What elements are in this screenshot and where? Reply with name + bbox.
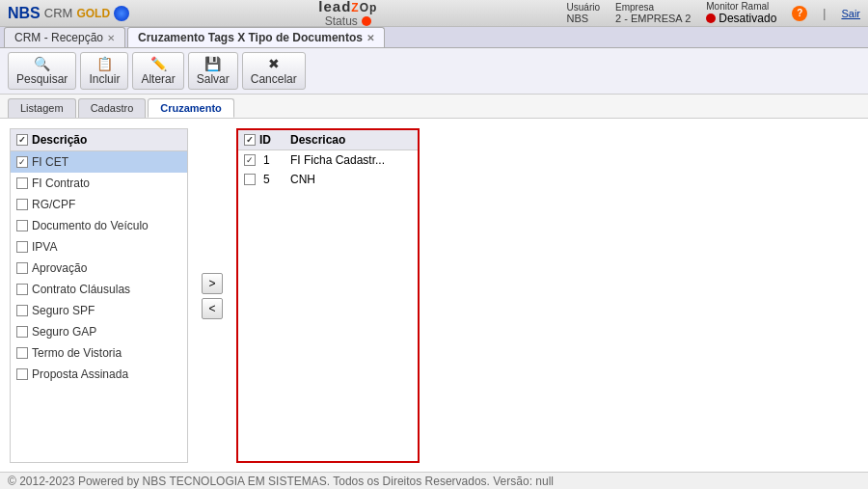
empresa-label: Empresa <box>615 2 691 13</box>
move-left-button[interactable]: < <box>202 298 223 319</box>
salvar-icon: 💾 <box>204 56 221 71</box>
item-label-ipva: IPVA <box>32 240 57 254</box>
list-item[interactable]: FI Contrato <box>11 173 187 194</box>
incluir-icon: 📋 <box>96 56 113 71</box>
list-item[interactable]: Proposta Assinada <box>11 364 187 385</box>
sub-tab-cadastro[interactable]: Cadastro <box>78 98 147 118</box>
right-panel-header: ID Descricao <box>238 130 418 150</box>
salvar-button[interactable]: 💾 Salvar <box>188 52 238 90</box>
tab-cruzamento[interactable]: Cruzamento Tags X Tipo de Documentos ✕ <box>127 27 385 47</box>
pesquisar-button[interactable]: 🔍 Pesquisar <box>8 52 76 90</box>
right-item-id-1: 1 <box>263 153 283 167</box>
item-checkbox-ficontrato[interactable] <box>16 177 28 189</box>
item-checkbox-segurospf[interactable] <box>16 305 28 316</box>
leadzap-z-icon: Z <box>351 1 359 14</box>
incluir-label: Incluir <box>89 72 120 86</box>
list-item[interactable]: Contrato Cláusulas <box>11 279 187 300</box>
sub-tab-cruzamento[interactable]: Cruzamento <box>148 98 234 118</box>
help-button[interactable]: ? <box>792 6 807 21</box>
status-dot-icon <box>362 16 371 26</box>
logo-area: NBS CRM GOLD <box>8 5 129 22</box>
item-label-segurospf: Seguro SPF <box>32 304 95 317</box>
right-panel-descricao-label: Descricao <box>290 133 345 147</box>
right-item-checkbox-5[interactable] <box>244 174 256 185</box>
right-panel-header-checkbox[interactable] <box>244 134 256 146</box>
item-label-propostaassinada: Proposta Assinada <box>32 367 128 381</box>
monitor-section: Monitor Ramal Desativado <box>706 1 776 25</box>
alterar-label: Alterar <box>141 72 175 86</box>
footer: © 2012-2023 Powered by NBS TECNOLOGIA EM… <box>0 472 868 489</box>
cancelar-label: Cancelar <box>251 72 297 86</box>
tab-cruzamento-close[interactable]: ✕ <box>366 33 374 43</box>
salvar-label: Salvar <box>197 72 230 86</box>
list-item[interactable]: Seguro GAP <box>11 321 187 342</box>
item-label-aprovacao: Aprovação <box>32 261 87 275</box>
move-left-icon: < <box>208 302 215 315</box>
item-label-ficontrato: FI Contrato <box>32 177 90 190</box>
cancelar-button[interactable]: ✖ Cancelar <box>242 52 306 90</box>
tab-crm-recepcao-label: CRM - Recepção <box>14 31 103 44</box>
right-item-id-5: 5 <box>263 173 283 186</box>
globe-icon <box>114 6 129 21</box>
usuario-value: NBS <box>567 13 600 24</box>
incluir-button[interactable]: 📋 Incluir <box>80 52 128 90</box>
list-item[interactable]: Seguro SPF <box>11 300 187 321</box>
list-item[interactable]: IPVA <box>11 236 187 258</box>
left-panel-header: Descrição <box>11 129 187 151</box>
alterar-icon: ✏️ <box>150 56 167 71</box>
item-label-contratocls: Contrato Cláusulas <box>32 283 130 296</box>
alterar-button[interactable]: ✏️ Alterar <box>132 52 183 90</box>
item-label-ficet: FI CET <box>32 155 68 169</box>
right-panel-item-5[interactable]: 5 CNH <box>238 170 418 189</box>
leadzap-logo: leadZOp <box>318 0 377 14</box>
item-checkbox-aprovacao[interactable] <box>16 262 28 274</box>
monitor-dot-icon <box>706 14 716 23</box>
list-item[interactable]: Termo de Vistoria <box>11 342 187 364</box>
header-right: Usuário NBS Empresa 2 - EMPRESA 2 Monito… <box>567 1 860 25</box>
usuario-section: Usuário NBS <box>567 2 600 24</box>
left-panel-header-checkbox[interactable] <box>16 134 28 146</box>
tab-crm-recepcao[interactable]: CRM - Recepção ✕ <box>4 27 125 47</box>
empresa-section: Empresa 2 - EMPRESA 2 <box>615 2 691 24</box>
sair-button[interactable]: Sair <box>841 8 860 19</box>
pesquisar-label: Pesquisar <box>16 72 68 86</box>
move-right-button[interactable]: > <box>202 273 223 294</box>
item-checkbox-contratocls[interactable] <box>16 284 28 295</box>
list-item[interactable]: Aprovação <box>11 258 187 279</box>
item-checkbox-ipva[interactable] <box>16 241 28 253</box>
list-item[interactable]: FI CET <box>11 151 187 173</box>
main-content: Descrição FI CET FI Contrato RG/CPF Docu… <box>0 119 868 473</box>
tab-crm-recepcao-close[interactable]: ✕ <box>107 33 115 43</box>
logo-nbs: NBS <box>8 5 41 22</box>
header: NBS CRM GOLD leadZOp Status Usuário NBS … <box>0 0 868 27</box>
status-label: Status <box>325 14 358 28</box>
sub-tabs: Listagem Cadastro Cruzamento <box>0 95 868 119</box>
item-checkbox-propostaassinada[interactable] <box>16 368 28 380</box>
leadzap-area: leadZOp Status <box>318 0 377 28</box>
item-label-termovistoria: Termo de Vistoria <box>32 346 122 360</box>
tab-bar: CRM - Recepção ✕ Cruzamento Tags X Tipo … <box>0 27 868 48</box>
sub-tab-listagem[interactable]: Listagem <box>8 98 76 118</box>
item-checkbox-docveiculo[interactable] <box>16 220 28 231</box>
status-row: Status <box>325 14 371 28</box>
item-checkbox-segurogap[interactable] <box>16 326 28 338</box>
item-checkbox-ficet[interactable] <box>16 156 28 168</box>
right-header-id-col: ID <box>244 133 271 147</box>
empresa-value: 2 - EMPRESA 2 <box>615 13 691 24</box>
cancelar-icon: ✖ <box>268 56 280 71</box>
right-item-checkbox-1[interactable] <box>244 154 256 166</box>
list-item[interactable]: Documento do Veículo <box>11 215 187 236</box>
item-checkbox-rgcpf[interactable] <box>16 199 28 210</box>
list-item[interactable]: RG/CPF <box>11 194 187 215</box>
pesquisar-icon: 🔍 <box>34 56 50 71</box>
item-checkbox-termovistoria[interactable] <box>16 347 28 359</box>
right-panel: ID Descricao 1 FI Ficha Cadastr... 5 CNH <box>236 128 420 463</box>
logo-gold: GOLD <box>76 7 110 20</box>
item-label-docveiculo: Documento do Veículo <box>32 219 149 232</box>
footer-text: © 2012-2023 Powered by NBS TECNOLOGIA EM… <box>8 475 554 488</box>
logo-crm: CRM <box>44 6 73 20</box>
right-panel-item-1[interactable]: 1 FI Ficha Cadastr... <box>238 150 418 170</box>
monitor-status-row: Desativado <box>706 12 776 25</box>
left-panel-header-label: Descrição <box>32 133 87 147</box>
monitor-label: Monitor Ramal <box>706 1 776 12</box>
